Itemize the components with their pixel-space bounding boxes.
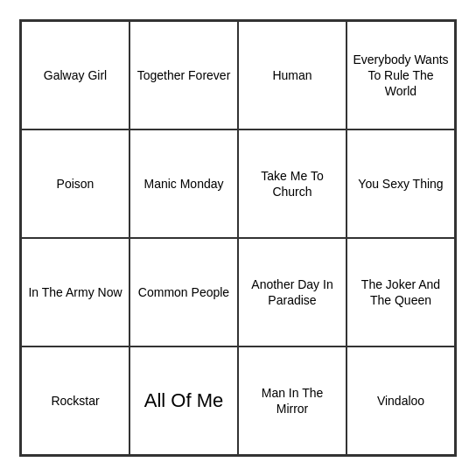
bingo-cell-r2c2: Another Day In Paradise: [238, 238, 346, 346]
bingo-cell-r3c1: All Of Me: [130, 346, 238, 455]
bingo-cell-r2c0: In The Army Now: [21, 238, 130, 346]
bingo-cell-r1c2: Take Me To Church: [238, 130, 346, 238]
bingo-cell-r0c1: Together Forever: [130, 21, 238, 130]
bingo-cell-r2c1: Common People: [130, 238, 238, 346]
bingo-cell-r2c3: The Joker And The Queen: [346, 238, 455, 346]
bingo-card: Galway GirlTogether ForeverHumanEverybod…: [19, 19, 457, 457]
bingo-cell-r0c3: Everybody Wants To Rule The World: [346, 21, 455, 130]
bingo-cell-r3c3: Vindaloo: [346, 346, 455, 455]
bingo-cell-r3c2: Man In The Mirror: [238, 346, 346, 455]
bingo-cell-r1c3: You Sexy Thing: [346, 130, 455, 238]
bingo-cell-r0c2: Human: [238, 21, 346, 130]
bingo-cell-r1c1: Manic Monday: [130, 130, 238, 238]
bingo-cell-r3c0: Rockstar: [21, 346, 130, 455]
bingo-cell-r1c0: Poison: [21, 130, 130, 238]
bingo-cell-r0c0: Galway Girl: [21, 21, 130, 130]
